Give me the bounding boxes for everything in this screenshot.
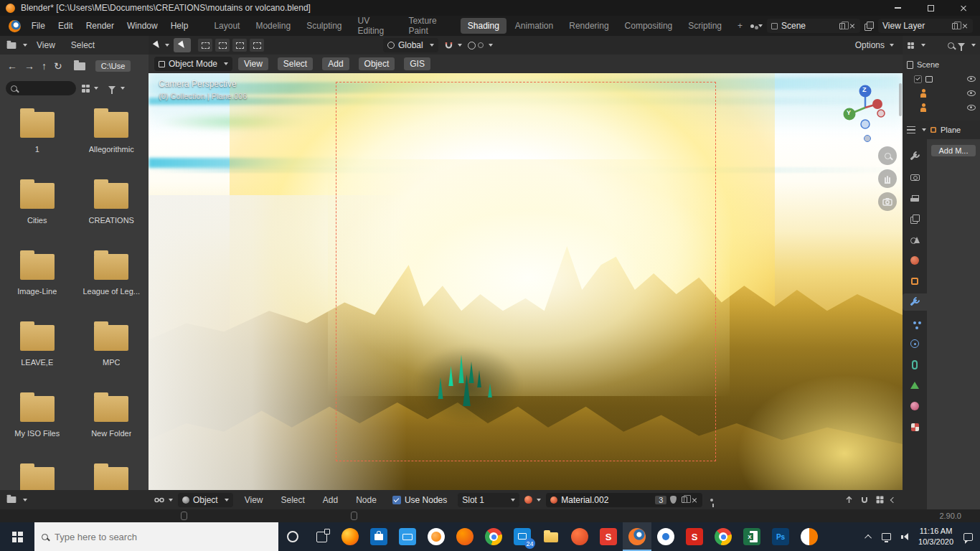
cortana-button[interactable]: [278, 522, 307, 551]
workspace-tab-texture-paint[interactable]: Texture Paint: [401, 13, 458, 39]
tab-view-layer[interactable]: [903, 210, 927, 227]
taskbar-app-store[interactable]: [364, 522, 393, 551]
proportional-edit-toggle[interactable]: [468, 42, 493, 50]
folder-item[interactable]: Image-Line: [0, 250, 75, 321]
create-folder-icon[interactable]: [74, 62, 85, 70]
add-material-button[interactable]: Add M...: [931, 145, 976, 156]
tab-object-data[interactable]: [903, 377, 927, 394]
volume-icon[interactable]: [901, 533, 908, 540]
snap-magnet-icon[interactable]: [860, 496, 869, 504]
folder-item[interactable]: New Folder: [75, 392, 149, 463]
snapping-toggle[interactable]: [444, 41, 462, 50]
taskbar-search-input[interactable]: [55, 532, 227, 542]
shader-menu-view[interactable]: View: [238, 495, 270, 505]
shader-menu-add[interactable]: Add: [316, 495, 344, 505]
taskbar-app-firefox[interactable]: [336, 522, 364, 551]
nav-up-icon[interactable]: ↑: [42, 60, 47, 72]
tab-texture[interactable]: [903, 418, 927, 435]
tab-constraints[interactable]: [903, 356, 927, 373]
hide-eye-icon[interactable]: [967, 76, 976, 82]
taskbar-app-sharex-red[interactable]: S: [680, 522, 709, 551]
tab-particles[interactable]: [903, 314, 927, 331]
taskbar-clock[interactable]: 11:16 AM 10/3/2020: [918, 526, 953, 547]
taskbar-app-sharex[interactable]: S: [594, 522, 623, 551]
hide-eye-icon[interactable]: [967, 105, 976, 110]
shader-type-dropdown[interactable]: Object: [178, 493, 233, 507]
file-browser-menu-view[interactable]: View: [30, 40, 62, 50]
tab-modifiers[interactable]: [903, 293, 927, 311]
nav-back-icon[interactable]: ←: [7, 60, 17, 72]
new-material-icon[interactable]: [682, 496, 687, 503]
options-dropdown[interactable]: Options: [855, 40, 897, 50]
viewport-scrollbar[interactable]: [899, 83, 902, 116]
workspace-tab-animation[interactable]: Animation: [508, 18, 560, 34]
pan-button[interactable]: [878, 169, 897, 188]
close-button[interactable]: [947, 0, 980, 16]
workspace-tab-scripting[interactable]: Scripting: [681, 18, 729, 34]
material-users-count[interactable]: 3: [655, 496, 666, 504]
taskbar-app-chrome-2[interactable]: [709, 522, 738, 551]
outliner-row-object[interactable]: [907, 86, 976, 100]
select-mode-set[interactable]: [198, 39, 212, 52]
taskbar-app-opera[interactable]: [651, 522, 680, 551]
taskbar-app-lmms[interactable]: [795, 522, 824, 551]
outliner-row-scene[interactable]: Scene: [907, 57, 976, 72]
transform-orientation-dropdown[interactable]: Global: [383, 38, 438, 52]
nav-refresh-icon[interactable]: ↻: [54, 60, 62, 72]
collapse-chevron-icon[interactable]: [890, 496, 896, 502]
select-mode-extend[interactable]: [215, 39, 230, 52]
workspace-tab-sculpting[interactable]: Sculpting: [299, 18, 349, 34]
outliner-filter-icon[interactable]: [958, 43, 965, 47]
camera-view-button[interactable]: [878, 192, 897, 211]
outliner-search-icon[interactable]: [948, 42, 954, 49]
tab-output[interactable]: [903, 189, 927, 207]
shader-menu-node[interactable]: Node: [349, 495, 383, 505]
display-mode-button[interactable]: [82, 85, 98, 93]
folder-item-partial[interactable]: [75, 463, 149, 490]
workspace-tab-rendering[interactable]: Rendering: [562, 18, 616, 34]
new-scene-icon[interactable]: [839, 23, 845, 29]
workspace-tab-compositing[interactable]: Compositing: [618, 18, 680, 34]
taskbar-app-photoshop[interactable]: Ps: [766, 522, 795, 551]
path-button[interactable]: C:\Use: [95, 60, 131, 72]
tray-overflow-chevron-icon[interactable]: [864, 534, 872, 541]
select-tool-button[interactable]: [174, 38, 191, 52]
taskbar-app-excel[interactable]: X: [738, 522, 766, 551]
folder-item[interactable]: 1: [0, 108, 75, 179]
parent-arrow-icon[interactable]: [845, 496, 853, 504]
tab-physics[interactable]: [903, 335, 927, 352]
outliner-row-object[interactable]: [907, 100, 976, 115]
workspace-tab-uv-editing[interactable]: UV Editing: [351, 13, 400, 39]
folder-item[interactable]: Cities: [0, 179, 75, 250]
select-mode-subtract[interactable]: [232, 39, 247, 52]
maximize-button[interactable]: [914, 0, 947, 16]
viewport-3d-scene[interactable]: Camera Perspective (0) Collection | Plan…: [149, 73, 903, 490]
viewport-menu-add[interactable]: Add: [322, 57, 349, 70]
minimize-button[interactable]: [881, 0, 914, 16]
taskbar-app-fl-studio[interactable]: [422, 522, 451, 551]
tab-object[interactable]: [903, 273, 927, 290]
use-nodes-checkbox[interactable]: Use Nodes: [392, 495, 447, 505]
unlink-material-icon[interactable]: [692, 497, 697, 503]
taskbar-app-firefox-orange[interactable]: [451, 522, 479, 551]
editor-corner-widget[interactable]: [181, 512, 187, 520]
tab-tool[interactable]: [903, 148, 927, 165]
hide-eye-icon[interactable]: [967, 90, 976, 96]
material-name-field[interactable]: Material.002 3: [546, 493, 702, 507]
fake-user-shield-icon[interactable]: [670, 496, 677, 504]
taskbar-app-chrome[interactable]: [479, 522, 508, 551]
blender-logo-icon[interactable]: [9, 20, 21, 32]
taskbar-app-mail[interactable]: [393, 522, 422, 551]
folder-item[interactable]: LEAVE,E: [0, 321, 75, 392]
network-icon[interactable]: [882, 533, 891, 540]
taskbar-search-box[interactable]: [34, 522, 278, 551]
navigation-gizmo[interactable]: Z Y: [839, 82, 891, 133]
menu-window[interactable]: Window: [121, 21, 164, 31]
folder-item[interactable]: Allegorithmic: [75, 108, 149, 179]
taskbar-app-brave[interactable]: [565, 522, 594, 551]
menu-file[interactable]: File: [25, 21, 52, 31]
file-browser-menu-select[interactable]: Select: [65, 40, 101, 50]
pin-icon[interactable]: [710, 499, 713, 501]
tab-scene[interactable]: [903, 231, 927, 248]
task-view-button[interactable]: [307, 522, 336, 551]
